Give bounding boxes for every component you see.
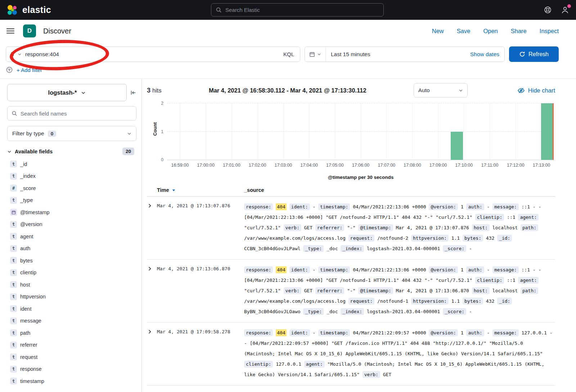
source-field-badge: bytes: <box>463 298 483 305</box>
field-item-response[interactable]: tresponse <box>7 363 136 375</box>
expand-row-button[interactable] <box>147 328 157 380</box>
source-field-badge: httpversion: <box>411 235 449 242</box>
query-input[interactable] <box>25 51 278 58</box>
field-search-box[interactable] <box>7 106 136 121</box>
field-item-_score[interactable]: #_score <box>7 182 136 194</box>
field-type-string-icon: t <box>10 173 17 180</box>
source-field-badge: _score: <box>443 245 466 252</box>
global-topbar: elastic <box>0 0 576 20</box>
global-search-input[interactable] <box>225 7 379 13</box>
collapse-sidebar-icon[interactable] <box>130 90 136 96</box>
action-save-button[interactable]: Save <box>457 28 471 35</box>
source-field-badge: agent: <box>518 277 539 284</box>
source-field-badge: @version: <box>429 266 458 273</box>
source-field-badge: host: <box>472 224 490 231</box>
field-item-@version[interactable]: t@version <box>7 218 136 231</box>
time-column-header[interactable]: Time <box>157 187 244 193</box>
source-field-badge: host: <box>472 287 490 294</box>
doc-source: response: 404 ident: - timestamp: 04/Mar… <box>244 265 555 317</box>
field-search-input[interactable] <box>21 111 132 117</box>
filter-funnel-icon <box>10 51 16 57</box>
field-item-_id[interactable]: t_id <box>7 158 136 170</box>
kql-language-button[interactable]: KQL <box>278 51 300 57</box>
x-tick-label: 17:11:00 <box>481 163 499 168</box>
highlighted-value: 404 <box>276 203 286 210</box>
source-field-badge: verb: <box>284 224 301 231</box>
field-item-timestamp[interactable]: ttimestamp <box>7 375 136 387</box>
chevron-down-icon <box>317 52 321 56</box>
action-share-button[interactable]: Share <box>511 28 527 35</box>
index-pattern-select[interactable]: logstash-* <box>7 84 127 101</box>
menu-button[interactable] <box>6 28 14 33</box>
field-item-_type[interactable]: t_type <box>7 194 136 207</box>
histogram-bar[interactable] <box>541 103 553 160</box>
filter-by-type-select[interactable]: Filter by type 0 <box>7 126 136 141</box>
field-item-@timestamp[interactable]: @timestamp <box>7 206 136 218</box>
field-type-string-icon: t <box>10 378 17 384</box>
field-type-string-icon: t <box>10 161 17 167</box>
source-field-badge: _index: <box>341 308 364 315</box>
source-field-badge: httpversion: <box>411 298 449 305</box>
global-search-box[interactable] <box>211 3 384 17</box>
y-axis-title: Count <box>152 122 158 136</box>
field-type-string-icon: t <box>10 245 17 252</box>
query-bar: KQL Last 15 minutes Show dates Refresh <box>0 42 576 65</box>
field-item-clientip[interactable]: tclientip <box>7 267 136 279</box>
source-field-badge: message: <box>492 329 519 336</box>
hide-chart-button[interactable]: Hide chart <box>517 87 555 94</box>
add-filter-button[interactable]: + Add filter <box>17 67 42 73</box>
help-icon[interactable] <box>544 6 552 14</box>
filter-options-icon[interactable] <box>6 66 13 73</box>
field-item-message[interactable]: tmessage <box>7 315 136 327</box>
field-item-ident[interactable]: tident <box>7 303 136 315</box>
action-open-button[interactable]: Open <box>483 28 498 35</box>
source-field-badge: request: <box>348 298 375 305</box>
field-name: referrer <box>20 342 37 348</box>
field-item-path[interactable]: tpath <box>7 327 136 339</box>
field-type-string-icon: t <box>10 269 17 276</box>
source-field-badge: _index: <box>341 245 364 252</box>
date-quick-menu-button[interactable] <box>305 47 326 62</box>
source-field-badge: ident: <box>289 329 310 336</box>
field-item-agent[interactable]: tagent <box>7 230 136 243</box>
field-type-string-icon: t <box>10 353 17 360</box>
highlighted-value: 404 <box>276 266 286 273</box>
action-inspect-button[interactable]: Inspect <box>540 28 559 35</box>
x-tick-label: 17:04:00 <box>300 163 318 168</box>
field-item-request[interactable]: trequest <box>7 351 136 363</box>
query-input-box[interactable]: KQL <box>6 46 300 62</box>
show-dates-button[interactable]: Show dates <box>465 51 504 58</box>
field-item-_index[interactable]: t_index <box>7 170 136 183</box>
time-range-value[interactable]: Last 15 minutes <box>326 51 465 58</box>
elastic-logo-icon[interactable] <box>6 4 18 16</box>
field-name: clientip <box>20 270 36 275</box>
histogram-bar[interactable] <box>451 132 463 160</box>
source-column-header: _source <box>244 187 264 193</box>
x-tick-label: 17:13:00 <box>533 163 550 168</box>
x-axis-title: @timestamp per 30 seconds <box>167 175 554 180</box>
saved-query-menu-button[interactable] <box>6 51 25 57</box>
field-item-httpversion[interactable]: thttpversion <box>7 291 136 303</box>
y-tick-label: 1 <box>161 129 163 134</box>
source-field-badge: @version: <box>429 203 458 210</box>
field-name: host <box>20 282 30 288</box>
chevron-down-icon[interactable] <box>7 149 12 154</box>
field-name: timestamp <box>20 378 44 384</box>
action-new-button[interactable]: New <box>432 28 444 35</box>
field-name: @version <box>20 221 42 227</box>
calendar-icon <box>309 51 315 57</box>
field-item-referrer[interactable]: treferrer <box>7 339 136 351</box>
expand-row-button[interactable] <box>147 265 157 317</box>
time-range-display: Mar 4, 2021 @ 16:58:30.112 - Mar 4, 2021… <box>162 87 414 94</box>
expand-row-button[interactable] <box>147 202 157 254</box>
refresh-button[interactable]: Refresh <box>509 46 559 62</box>
field-name: auth <box>20 245 30 251</box>
field-name: @timestamp <box>20 209 50 215</box>
field-item-auth[interactable]: tauth <box>7 243 136 255</box>
source-field-badge: clientip: <box>475 277 504 284</box>
interval-select[interactable]: Auto <box>414 83 468 98</box>
field-item-host[interactable]: thost <box>7 279 136 291</box>
field-type-string-icon: t <box>10 329 17 336</box>
user-avatar-icon[interactable] <box>561 5 570 14</box>
field-item-bytes[interactable]: tbytes <box>7 254 136 267</box>
